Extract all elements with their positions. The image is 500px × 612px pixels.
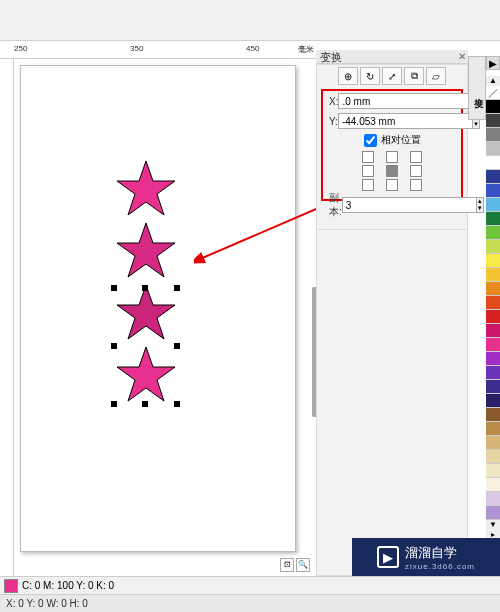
color-swatch[interactable] [486,156,500,170]
watermark-brand: 溜溜自学 [405,545,457,560]
color-swatch[interactable] [486,366,500,380]
selection-handle[interactable] [111,343,117,349]
status-bar: C: 0 M: 100 Y: 0 K: 0 [0,576,500,594]
color-swatch[interactable] [486,114,500,128]
anchor-br[interactable] [410,179,422,191]
transform-mode-toolbar: ⊕ ↻ ⤢ ⧉ ▱ [317,65,467,87]
copies-input[interactable] [342,197,477,213]
mode-skew-button[interactable]: ▱ [426,67,446,85]
color-swatch[interactable] [486,254,500,268]
anchor-tr[interactable] [410,151,422,163]
ruler-unit: 毫米 [298,44,314,55]
star-shape[interactable] [114,159,178,219]
fill-swatch[interactable] [4,579,18,593]
docker-expand-icon[interactable]: ▶ [486,56,500,70]
palette-down-icon[interactable]: ▼ [486,520,500,530]
svg-marker-1 [117,223,175,277]
color-swatch[interactable] [486,422,500,436]
x-input[interactable] [338,93,473,109]
color-swatch[interactable] [486,268,500,282]
docker-title-bar[interactable]: 变换 ✕ [316,50,468,64]
anchor-mr[interactable] [410,165,422,177]
x-label: X: [329,96,338,107]
color-swatch[interactable] [486,226,500,240]
color-swatch[interactable] [486,436,500,450]
color-swatch[interactable] [486,324,500,338]
y-row: Y: ▲▼ [323,111,461,131]
color-swatch[interactable] [486,100,500,114]
watermark-url: zixue.3d66.com [405,562,475,571]
docker-title: 变换 [320,51,342,63]
mode-position-button[interactable]: ⊕ [338,67,358,85]
selection-handle[interactable] [174,285,180,291]
selection-handle[interactable] [174,401,180,407]
color-swatch[interactable] [486,394,500,408]
anchor-tl[interactable] [362,151,374,163]
anchor-mc[interactable] [386,165,398,177]
relative-label: 相对位置 [381,133,421,147]
star-shape[interactable] [114,283,178,343]
copies-row: 副本: ▲▼ [323,195,461,215]
zoom-icon[interactable]: 🔍 [296,558,310,572]
docker-side-tab[interactable]: 变换 [468,56,486,120]
transform-docker: ⊕ ↻ ⤢ ⧉ ▱ X: ▲▼ Y: ▲▼ 相对位置 副本: ▲▼ [316,64,468,230]
anchor-bl[interactable] [362,179,374,191]
play-icon: ▶ [377,546,399,568]
ruler-vertical [0,59,14,576]
swatch-none[interactable] [486,86,500,100]
relative-row: 相对位置 [323,131,461,149]
color-swatch[interactable] [486,310,500,324]
selection-handle[interactable] [142,401,148,407]
color-swatch[interactable] [486,408,500,422]
color-swatch[interactable] [486,212,500,226]
app-toolbar-placeholder [0,0,500,41]
ruler-horizontal: 250 350 450 毫米 [0,41,320,59]
ruler-tick: 250 [14,44,27,53]
docker-close-icon[interactable]: ✕ [458,50,466,64]
color-swatch[interactable] [486,492,500,506]
anchor-bc[interactable] [386,179,398,191]
mode-rotate-button[interactable]: ↻ [360,67,380,85]
color-swatch[interactable] [486,450,500,464]
relative-checkbox[interactable] [364,134,377,147]
zoom-to-fit-icon[interactable]: ⊡ [280,558,294,572]
selection-handle[interactable] [142,285,148,291]
status-coord: X: 0 Y: 0 W: 0 H: 0 [6,598,88,609]
star-shape[interactable] [114,221,178,281]
star-shape-selected[interactable] [114,345,178,405]
color-swatch[interactable] [486,170,500,184]
color-swatch[interactable] [486,338,500,352]
selection-handle[interactable] [111,401,117,407]
selection-handle[interactable] [174,343,180,349]
canvas-nav: ⊡ 🔍 [280,558,310,572]
x-row: X: ▲▼ [323,91,461,111]
mode-scale-button[interactable]: ⤢ [382,67,402,85]
color-swatch[interactable] [486,184,500,198]
mode-size-button[interactable]: ⧉ [404,67,424,85]
watermark: ▶ 溜溜自学 zixue.3d66.com [352,538,500,576]
copies-spinner[interactable]: ▲▼ [477,197,484,213]
color-swatch[interactable] [486,198,500,212]
color-swatch[interactable] [486,478,500,492]
y-input[interactable] [338,113,473,129]
ruler-tick: 450 [246,44,259,53]
palette-up-icon[interactable]: ▲ [486,76,500,86]
docker-empty-area [316,230,468,576]
selection-handle[interactable] [111,285,117,291]
color-swatch[interactable] [486,506,500,520]
anchor-ml[interactable] [362,165,374,177]
color-swatch[interactable] [486,464,500,478]
color-swatch[interactable] [486,380,500,394]
svg-marker-2 [117,285,175,339]
svg-marker-0 [117,161,175,215]
color-swatch[interactable] [486,352,500,366]
color-swatch[interactable] [486,296,500,310]
color-swatch[interactable] [486,142,500,156]
copies-label: 副本: [329,191,342,219]
color-swatch[interactable] [486,282,500,296]
anchor-tc[interactable] [386,151,398,163]
color-swatch[interactable] [486,240,500,254]
color-swatch[interactable] [486,128,500,142]
canvas-area[interactable] [14,59,310,566]
anchor-grid [362,151,422,193]
